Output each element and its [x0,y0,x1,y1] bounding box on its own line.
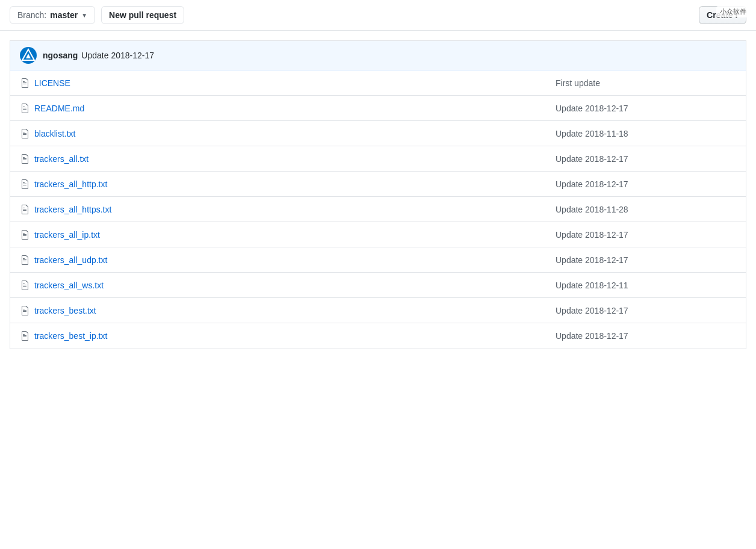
file-commit-message: Update 2018-11-28 [556,205,736,214]
file-icon [20,78,29,88]
file-icon [20,331,29,341]
table-row: trackers_all_http.txt Update 2018-12-17 [10,172,746,197]
new-pull-request-button[interactable]: New pull request [101,6,184,24]
branch-label-text: Branch: [17,10,46,20]
file-name-cell: README.md [20,104,556,113]
avatar [20,47,37,64]
main-content: ngosang Update 2018-12-17 LICENSE First … [0,31,756,359]
file-icon [20,255,29,265]
file-link[interactable]: blacklist.txt [34,129,75,138]
file-commit-message: Update 2018-12-17 [556,179,736,189]
file-icon [20,179,29,189]
table-row: trackers_all_udp.txt Update 2018-12-17 [10,247,746,273]
file-icon [20,154,29,164]
commit-header: ngosang Update 2018-12-17 [10,40,746,70]
table-row: README.md Update 2018-12-17 [10,96,746,121]
file-link[interactable]: trackers_all_http.txt [34,179,107,189]
file-commit-message: Update 2018-12-17 [556,230,736,240]
commit-info: ngosang Update 2018-12-17 [43,51,154,60]
file-icon [20,281,29,290]
file-link[interactable]: trackers_best_ip.txt [34,331,107,341]
file-icon [20,306,29,315]
file-list: LICENSE First update README.md Update 20… [10,70,746,349]
file-name-cell: trackers_all_udp.txt [20,255,556,265]
file-commit-message: Update 2018-11-18 [556,129,736,138]
file-link[interactable]: LICENSE [34,78,70,88]
file-name-cell: trackers_all_ip.txt [20,230,556,240]
table-row: LICENSE First update [10,70,746,96]
file-name-cell: trackers_all_http.txt [20,179,556,189]
file-link[interactable]: trackers_all_https.txt [34,205,111,214]
file-link[interactable]: trackers_all_udp.txt [34,255,107,265]
table-row: trackers_all_ip.txt Update 2018-12-17 [10,222,746,247]
file-commit-message: Update 2018-12-17 [556,306,736,315]
file-icon [20,104,29,113]
file-commit-message: Update 2018-12-17 [556,255,736,265]
file-name-cell: trackers_all_https.txt [20,205,556,214]
file-commit-message: First update [556,78,736,88]
file-name-cell: trackers_best.txt [20,306,556,315]
file-commit-message: Update 2018-12-17 [556,154,736,164]
top-bar-left: Branch: master ▼ New pull request [10,6,184,24]
file-name-cell: trackers_all_ws.txt [20,281,556,290]
branch-name-text: master [50,10,78,20]
file-icon [20,129,29,138]
file-commit-message: Update 2018-12-17 [556,104,736,113]
file-icon [20,205,29,214]
file-commit-message: Update 2018-12-11 [556,281,736,290]
commit-author: ngosang [43,51,78,60]
file-commit-message: Update 2018-12-17 [556,331,736,341]
table-row: trackers_all_ws.txt Update 2018-12-11 [10,273,746,298]
commit-message-header: Update 2018-12-17 [81,51,154,60]
file-link[interactable]: trackers_best.txt [34,306,96,315]
table-row: trackers_best_ip.txt Update 2018-12-17 [10,323,746,349]
file-icon [20,230,29,240]
table-row: blacklist.txt Update 2018-11-18 [10,121,746,146]
file-name-cell: trackers_all.txt [20,154,556,164]
file-link[interactable]: trackers_all_ws.txt [34,281,104,290]
table-row: trackers_all.txt Update 2018-12-17 [10,146,746,172]
file-link[interactable]: trackers_all_ip.txt [34,230,100,240]
file-name-cell: trackers_best_ip.txt [20,331,556,341]
file-link[interactable]: README.md [34,104,84,113]
table-row: trackers_all_https.txt Update 2018-11-28 [10,197,746,222]
file-name-cell: blacklist.txt [20,129,556,138]
top-bar: Branch: master ▼ New pull request Create… [0,0,756,31]
chevron-down-icon: ▼ [81,12,87,19]
branch-selector[interactable]: Branch: master ▼ [10,6,95,24]
file-link[interactable]: trackers_all.txt [34,154,88,164]
table-row: trackers_best.txt Update 2018-12-17 [10,298,746,323]
file-name-cell: LICENSE [20,78,556,88]
